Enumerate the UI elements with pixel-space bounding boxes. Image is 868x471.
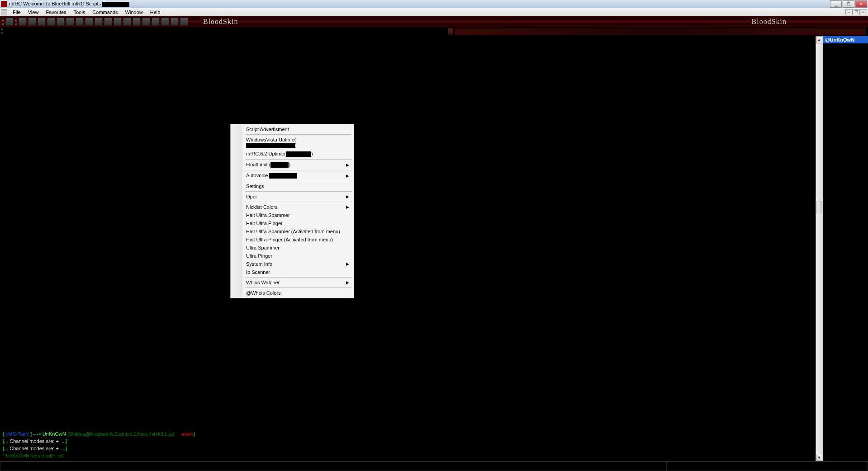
- input-right[interactable]: [667, 462, 868, 471]
- mdi-icon[interactable]: [1, 9, 7, 15]
- ctx-ultra-spammer[interactable]: Ultra Spammer: [232, 244, 353, 252]
- ctx-separator: [245, 181, 352, 181]
- ctx-script-advertisment[interactable]: Script Advertisment: [232, 125, 353, 133]
- scroll-up-icon[interactable]: ▲: [816, 36, 822, 43]
- toolbar-btn-8[interactable]: [76, 18, 84, 26]
- maximize-button[interactable]: ☐: [843, 0, 854, 8]
- toolbar-logo-left: BloodSkin: [203, 18, 238, 26]
- nicklist-user[interactable]: @UnKnOwN: [823, 36, 868, 43]
- input-row: [0, 461, 868, 471]
- toolbar-btn-17[interactable]: [161, 18, 169, 26]
- menu-help[interactable]: Help: [147, 9, 164, 16]
- toolbar-btn-12[interactable]: [114, 18, 122, 26]
- ctx-label: FloatLimit (: [246, 162, 270, 167]
- ctx-nicklist-colors[interactable]: Nicklist Colors▶: [232, 203, 353, 211]
- ctx-halt-ultra-pinger-activated[interactable]: Halt Ultra Pinger (Activated from menu): [232, 236, 353, 244]
- ctx-label: Script Advertisment: [246, 127, 289, 132]
- ctx-autovoice[interactable]: Autovoice ▶: [232, 171, 353, 180]
- toolbar-btn-4[interactable]: [38, 18, 46, 26]
- toolbar-btn-11[interactable]: [104, 18, 112, 26]
- toolbar-btn-15[interactable]: [142, 18, 150, 26]
- menu-favorites[interactable]: Favorites: [42, 9, 70, 16]
- submenu-arrow-icon: ▶: [346, 194, 349, 199]
- toolbar-btn-19[interactable]: [180, 18, 188, 26]
- ctx-separator: [245, 170, 352, 170]
- mdi-minimize[interactable]: -: [845, 9, 853, 15]
- l2-suf: ...]: [60, 438, 67, 444]
- ctx-whois-watcher[interactable]: Whois Watcher▶: [232, 278, 353, 287]
- l1-host: (Skittles@Krashed.is.2.stupid.2.have.h4c…: [67, 431, 175, 437]
- menu-view[interactable]: View: [24, 9, 43, 16]
- window-buttons: ▁ ☐ ✕: [830, 0, 867, 8]
- menu-tools[interactable]: Tools: [70, 9, 89, 16]
- toolbar-btn-18[interactable]: [171, 18, 179, 26]
- ctx-label: Halt Ultra Pinger (Activated from menu): [246, 237, 333, 242]
- title-text: mIRC Welcome To BlueHell mIRC Script -: [9, 1, 101, 6]
- scroll-down-icon[interactable]: ▼: [816, 454, 822, 461]
- toolbar-btn-16[interactable]: [152, 18, 160, 26]
- ctx-floatlimit[interactable]: FloatLimit ()▶: [232, 160, 353, 169]
- l3-suf: ...]: [60, 446, 67, 451]
- ctx-windows-uptime[interactable]: WindowsVista Uptime(): [232, 136, 353, 150]
- toolbar-grip-2[interactable]: [15, 18, 17, 26]
- ctx-ip-scanner[interactable]: Ip Scanner: [232, 268, 353, 276]
- chat-scrollbar[interactable]: ▲ ▼: [816, 36, 823, 461]
- ctx-halt-ultra-spammer[interactable]: Halt Ultra Spammer: [232, 211, 353, 219]
- mdi-close[interactable]: ×: [860, 9, 867, 15]
- ctx-settings[interactable]: Settings: [232, 182, 353, 190]
- redacted: [270, 162, 289, 168]
- ctx-label: @Whois Colors: [246, 290, 281, 296]
- ctx-halt-ultra-pinger[interactable]: Halt Ultra Pinger: [232, 219, 353, 227]
- menu-commands[interactable]: Commands: [89, 9, 121, 16]
- mdi-restore[interactable]: ❐: [853, 9, 860, 15]
- l1-users: users: [175, 431, 194, 437]
- window-title: mIRC Welcome To BlueHell mIRC Script -: [9, 1, 830, 7]
- ctx-separator: [245, 159, 352, 160]
- chat-input[interactable]: [0, 462, 667, 471]
- ctx-label: Ip Scanner: [246, 269, 270, 275]
- menu-window[interactable]: Window: [122, 9, 147, 16]
- submenu-arrow-icon: ▶: [346, 280, 349, 285]
- chat-panel[interactable]: [ t:MS-Topic ] ---> UnKnOwN (Skittles@Kr…: [0, 36, 816, 461]
- ctx-oper[interactable]: Oper▶: [232, 193, 353, 201]
- ctx-label: System Info: [246, 261, 272, 267]
- nicklist-panel[interactable]: @UnKnOwN: [823, 36, 868, 461]
- ctx-separator: [245, 287, 352, 288]
- ctx-halt-ultra-spammer-activated[interactable]: Halt Ultra Spammer (Activated from menu): [232, 227, 353, 236]
- ctx-mirc-uptime[interactable]: mIRC.6.2 Uptime(): [232, 150, 353, 158]
- ctx-label: Halt Ultra Pinger: [246, 221, 283, 226]
- toolbar-btn-7[interactable]: [66, 18, 74, 26]
- l2-pre: [...: [3, 438, 9, 444]
- mdi-buttons: - ❐ ×: [845, 9, 867, 15]
- menu-file[interactable]: File: [9, 9, 24, 16]
- l1-close: ): [194, 431, 195, 437]
- ctx-separator: [245, 134, 352, 135]
- ctx-whois-colors[interactable]: @Whois Colors: [232, 289, 353, 297]
- close-button[interactable]: ✕: [855, 0, 867, 8]
- switchbar-item[interactable]: [448, 28, 453, 35]
- toolbar-btn-2[interactable]: [19, 18, 27, 26]
- toolbar-btn-13[interactable]: [123, 18, 131, 26]
- minimize-button[interactable]: ▁: [830, 0, 842, 8]
- ctx-label: Oper: [246, 194, 257, 199]
- ctx-label: Settings: [246, 184, 264, 189]
- toolbar-btn-9[interactable]: [85, 18, 93, 26]
- paren-close: ): [295, 142, 297, 148]
- toolbar-btn-6[interactable]: [57, 18, 65, 26]
- submenu-arrow-icon: ▶: [346, 174, 349, 178]
- redacted: [286, 151, 311, 157]
- toolbar-grip[interactable]: [2, 18, 4, 26]
- toolbar-btn-5[interactable]: [47, 18, 55, 26]
- titlebar: mIRC Welcome To BlueHell mIRC Script - ▁…: [0, 0, 868, 8]
- ctx-label: Whois Watcher: [246, 280, 280, 285]
- ctx-ultra-pinger[interactable]: Ultra Pinger: [232, 252, 353, 260]
- toolbar-btn-14[interactable]: [133, 18, 141, 26]
- switchbar-grip[interactable]: [1, 28, 3, 35]
- toolbar-btn-1[interactable]: [5, 18, 14, 26]
- toolbar-btn-10[interactable]: [95, 18, 103, 26]
- toolbar-btn-3[interactable]: [28, 18, 36, 26]
- ctx-system-info[interactable]: System Info▶: [232, 260, 353, 268]
- switchbar-channel[interactable]: [455, 28, 866, 35]
- l3-pre: [...: [3, 446, 9, 451]
- scroll-thumb[interactable]: [816, 202, 822, 213]
